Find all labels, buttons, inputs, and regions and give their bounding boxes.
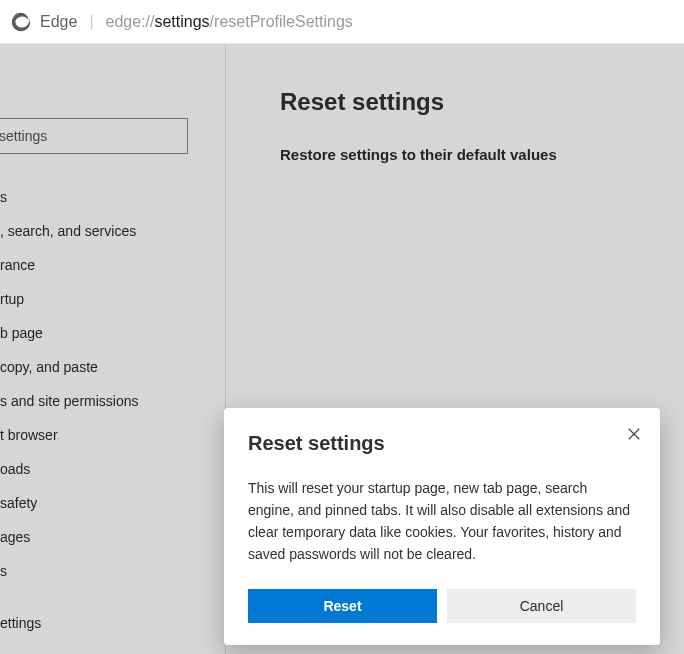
url-bold: settings <box>154 13 209 30</box>
url-prefix: edge:// <box>106 13 155 30</box>
dialog-buttons: Reset Cancel <box>248 589 636 623</box>
url-text[interactable]: edge://settings/resetProfileSettings <box>106 13 353 31</box>
dialog-title: Reset settings <box>248 432 636 455</box>
url-suffix: /resetProfileSettings <box>210 13 353 30</box>
edge-logo-icon <box>10 11 32 33</box>
reset-button[interactable]: Reset <box>248 589 437 623</box>
address-separator: | <box>89 13 93 31</box>
reset-settings-dialog: Reset settings This will reset your star… <box>224 408 660 645</box>
dialog-body: This will reset your startup page, new t… <box>248 477 636 565</box>
close-icon[interactable] <box>620 420 648 448</box>
app-label: Edge <box>40 13 77 31</box>
cancel-button[interactable]: Cancel <box>447 589 636 623</box>
address-bar: Edge | edge://settings/resetProfileSetti… <box>0 0 684 44</box>
